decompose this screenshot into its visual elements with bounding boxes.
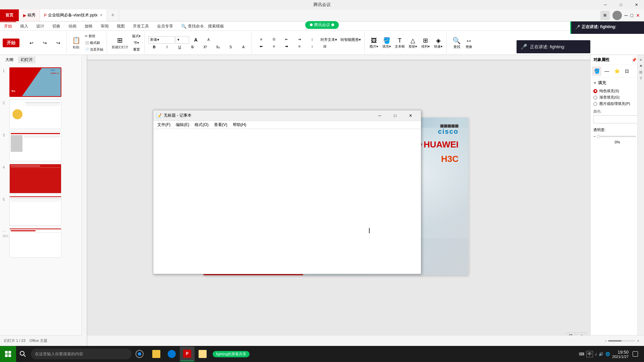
ribbon-tab-view[interactable]: 视图 (113, 22, 129, 31)
subscript-btn[interactable]: X₂ (212, 44, 224, 50)
font-family-select[interactable]: 宋体▾ (148, 36, 175, 44)
taskbar-notepad-btn[interactable] (195, 347, 210, 361)
minimize-button[interactable]: ─ (598, 0, 613, 9)
fill-option-gradient[interactable]: 渐变填充(G) (593, 95, 641, 100)
align-right-btn[interactable]: ➡ (281, 44, 293, 49)
fill-icon-btn[interactable]: 🪣 (592, 66, 601, 76)
arrange-btn[interactable]: ⊞ 排列▾ (420, 36, 432, 50)
transparency-minus[interactable]: − (593, 134, 595, 138)
notepad-menu-edit[interactable]: 编辑(E) (173, 121, 192, 128)
ribbon-tab-dev[interactable]: 开发工具 (129, 22, 153, 31)
line-spacing-btn[interactable]: ↕ (306, 44, 318, 49)
tab-preview[interactable]: ▶ 稿秀 (19, 9, 40, 21)
tab-add[interactable]: + (107, 9, 119, 21)
shadow-btn[interactable]: S (225, 44, 237, 50)
notepad-maximize-btn[interactable]: □ (387, 110, 403, 121)
keyboard-icon[interactable]: ⌨ (579, 352, 584, 356)
list-ol-btn[interactable]: ① (268, 37, 280, 43)
taskbar-start-btn[interactable] (0, 346, 16, 362)
avatar[interactable] (612, 11, 622, 20)
panel-pin-btn[interactable]: 📌 (632, 58, 637, 62)
insert-image-btn[interactable]: 🖼 图片▾ (368, 37, 380, 50)
zoom-in-btn[interactable]: ＋ (636, 338, 640, 343)
side-icon-2[interactable]: ★ (639, 64, 643, 68)
notepad-close-btn[interactable]: ✕ (403, 110, 418, 121)
start-button[interactable]: 开始 (3, 39, 19, 47)
slide-item-3[interactable]: 3 (3, 132, 79, 161)
tab-pptx[interactable]: P 企业组网必备-vlan技术.pptx ✕ (40, 9, 107, 21)
zoom-slider[interactable] (608, 340, 635, 342)
size-icon-btn[interactable]: ⊡ (622, 66, 632, 76)
layout-button[interactable]: 版式▾ (130, 33, 143, 39)
copy-button[interactable]: ⬜ 格式刷 (84, 40, 105, 46)
taskbar-search-icon-btn[interactable] (16, 347, 30, 361)
notification-btn[interactable] (631, 346, 640, 362)
line-icon-btn[interactable]: — (602, 66, 611, 76)
ribbon-tab-vip[interactable]: 会员专享 (153, 22, 177, 31)
redo-button[interactable]: ↪ (39, 40, 51, 46)
sound-icon[interactable]: 🔊 (599, 352, 603, 356)
slide-thumb-1[interactable]: cisco HUAWEI H3C 学IE (9, 67, 61, 97)
increase-indent-btn[interactable]: ⇥ (293, 37, 306, 43)
text-box-btn[interactable]: T 文本框 (393, 37, 406, 50)
notepad-menu-help[interactable]: 帮助(H) (230, 121, 249, 128)
list-ul-btn[interactable]: ≡ (255, 37, 267, 43)
close-button[interactable]: ✕ (629, 0, 644, 9)
decrease-indent-btn[interactable]: ⇤ (281, 37, 293, 43)
fill-btn[interactable]: 🪣 填充▾ (381, 36, 393, 50)
ribbon-tab-insert[interactable]: 插入 (16, 22, 32, 31)
find-btn[interactable]: 🔍 查找 (451, 36, 463, 50)
notepad-menu-view[interactable]: 查看(V) (211, 121, 230, 128)
fill-option-image[interactable]: 图片或纹理填充(P) (593, 101, 641, 106)
convert-smartart-btn[interactable]: 转智能图形▾ (339, 37, 362, 43)
notepad-menu-format[interactable]: 格式(O) (192, 121, 211, 128)
paste-button[interactable]: 📋 粘贴 (70, 36, 82, 50)
slide-thumb-6[interactable] (9, 228, 61, 258)
redo2-button[interactable]: ↪ (52, 40, 64, 46)
screen-sharing-label[interactable]: fighting的屏幕共享 (213, 351, 250, 357)
font-increase-btn[interactable]: A (190, 37, 202, 43)
replace-btn[interactable]: ↔ 替换 (463, 36, 475, 50)
slide-item-5[interactable]: 5 (3, 196, 79, 226)
new-slide-button[interactable]: ⊞ 新建幻灯片 (110, 36, 130, 50)
font-color-btn[interactable]: A (237, 44, 250, 50)
taskbar-explorer-btn[interactable] (149, 347, 164, 361)
reset-button[interactable]: 重置 (130, 47, 143, 53)
justify-btn[interactable]: ≡ (293, 44, 306, 49)
transparency-thumb[interactable] (597, 135, 600, 138)
maximize-button[interactable]: □ (613, 0, 629, 9)
taskbar-search-bar[interactable]: 在这里输入你要搜索的内容 (31, 349, 131, 359)
notepad-textarea[interactable] (155, 130, 420, 273)
slide-thumb-5[interactable] (9, 196, 61, 226)
color-picker[interactable] (593, 115, 638, 123)
bold-btn[interactable]: B (148, 44, 160, 50)
zoom-out-btn[interactable]: − (605, 339, 607, 343)
ribbon-tab-animation[interactable]: 动画 (64, 22, 80, 31)
view-mode-icon[interactable]: ⊞ (600, 11, 610, 20)
ribbon-tab-transition[interactable]: 切换 (48, 22, 64, 31)
restore-app-btn[interactable]: □ (631, 13, 633, 18)
slide-item-1[interactable]: 1 cisco HUAWEI H3C 学IE (3, 67, 79, 97)
italic-btn[interactable]: I (161, 44, 173, 50)
undo-button[interactable]: ↩ (25, 40, 38, 46)
strikethrough-btn[interactable]: S (186, 44, 199, 50)
tab-home[interactable]: 首页 (0, 9, 19, 21)
side-icon-3[interactable]: ⊟ (639, 70, 642, 74)
fill-option-solid[interactable]: 纯色填充(S) (593, 88, 641, 94)
underline-btn[interactable]: U (174, 44, 186, 50)
cut-button[interactable]: ✂ 剪切 (84, 33, 105, 39)
music-note-icon[interactable]: ♩ (595, 352, 597, 356)
superscript-btn[interactable]: X² (199, 44, 211, 50)
text-dir-btn[interactable]: ↕ (306, 37, 318, 43)
close-app-btn[interactable]: ✕ (636, 13, 640, 18)
transparency-track[interactable] (597, 136, 636, 137)
notepad-minimize-btn[interactable]: ─ (372, 110, 387, 121)
fill-collapse-btn[interactable]: ▼ (593, 81, 597, 85)
col-btn[interactable]: ⊟ (319, 44, 331, 49)
taskbar-cortana-btn[interactable] (133, 347, 146, 361)
minimize-app-btn[interactable]: ─ (625, 13, 628, 18)
align-left-btn[interactable]: ⬅ (255, 44, 267, 49)
effect-icon-btn[interactable]: ⭐ (612, 66, 622, 76)
side-icon-1[interactable]: ≡ (640, 58, 642, 62)
align-center-btn[interactable]: ≡ (268, 44, 280, 49)
